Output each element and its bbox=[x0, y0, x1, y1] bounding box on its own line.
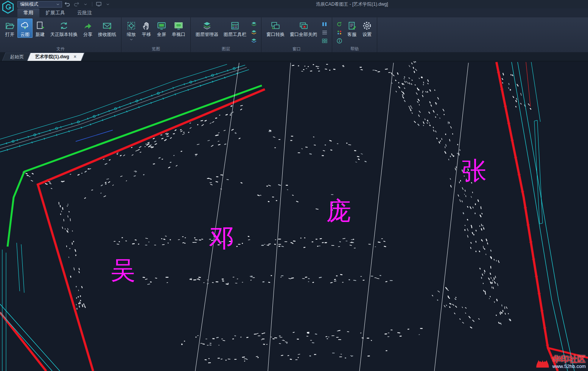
cad-canvas[interactable]: 吴邓庞张 bbox=[0, 61, 588, 371]
cloud-drawing-button[interactable]: 云图 bbox=[17, 19, 33, 38]
service-doc-icon bbox=[347, 20, 357, 31]
group-label-file: 文件 bbox=[0, 46, 121, 52]
bottomleft-cyan-1 bbox=[0, 304, 60, 371]
window-switch-button[interactable]: 窗口转换 bbox=[264, 19, 287, 38]
close-all-windows-button[interactable]: 窗口全部关闭 bbox=[287, 19, 320, 38]
settings-button[interactable]: 设置 bbox=[359, 19, 375, 38]
tab-document[interactable]: 艺术学院(1).dwg × bbox=[27, 53, 85, 61]
convert-arrows-icon bbox=[59, 20, 69, 31]
customer-service-button[interactable]: 客服 bbox=[344, 19, 359, 38]
tile-grid-icon[interactable] bbox=[321, 37, 328, 44]
watermark-url: www.52hb.com bbox=[552, 364, 586, 369]
parcel-owner-label: 吴 bbox=[110, 256, 135, 285]
boundary-red-right bbox=[496, 62, 558, 371]
group-label-view: 览图 bbox=[121, 46, 190, 52]
window-list-icon[interactable] bbox=[321, 29, 328, 36]
red-thin-top bbox=[526, 62, 530, 107]
document-tab-bar: 起始页 艺术学院(1).dwg × bbox=[0, 52, 588, 61]
watermark-flame-logo-icon bbox=[535, 354, 550, 369]
group-label-layer: 图层 bbox=[191, 46, 261, 52]
receive-drawings-button[interactable]: 接收图纸 bbox=[95, 19, 119, 38]
ribbon-group-window: 窗口转换 窗口全部关闭 窗口 bbox=[261, 17, 332, 52]
ribbon-group-view: 缩放 平移 全屏 单视口 览图 bbox=[121, 17, 191, 52]
survey-point-scatter bbox=[23, 61, 531, 363]
ribbon: 打开 云图 新建 天正版本转换 分享 bbox=[0, 17, 588, 52]
ribbon-tab-bar: 常用 扩展工具 云批注 bbox=[0, 8, 588, 17]
watermark-text: 华印社区 www.52hb.com bbox=[552, 355, 586, 369]
single-viewport-button[interactable]: 单视口 bbox=[169, 19, 188, 38]
left-cyan-v3 bbox=[17, 243, 20, 291]
undo-button[interactable] bbox=[64, 1, 71, 8]
window-small-tools bbox=[320, 19, 330, 47]
right-cyan-3 bbox=[531, 62, 540, 122]
apps-grid-icon[interactable] bbox=[336, 29, 343, 36]
check-update-icon[interactable] bbox=[336, 21, 343, 28]
ribbon-tab-extended-tools[interactable]: 扩展工具 bbox=[39, 8, 71, 17]
share-arrow-icon bbox=[83, 20, 93, 31]
ribbon-group-help: 客服 设置 帮助 bbox=[332, 17, 377, 52]
watermark: 华印社区 www.52hb.com bbox=[535, 354, 586, 369]
bottomleft-cyan-2 bbox=[0, 312, 52, 371]
help-small-tools bbox=[334, 19, 344, 47]
share-button[interactable]: 分享 bbox=[80, 19, 95, 38]
ribbon-group-file: 打开 云图 新建 天正版本转换 分享 bbox=[0, 17, 121, 52]
quick-access-menu-chevron-icon[interactable] bbox=[104, 1, 112, 8]
fullscreen-monitor-icon bbox=[157, 20, 166, 31]
layers-stack-icon bbox=[202, 20, 212, 31]
window-close-all-icon bbox=[299, 20, 308, 31]
divider-white-2 bbox=[268, 63, 291, 371]
chevron-down-icon bbox=[56, 3, 59, 5]
zoom-target-icon bbox=[126, 20, 136, 31]
layer-manager-button[interactable]: 图层管理器 bbox=[193, 19, 221, 38]
layer-panel-icon bbox=[230, 20, 240, 31]
right-cyan-1 bbox=[512, 62, 568, 371]
close-tab-icon[interactable]: × bbox=[74, 53, 76, 61]
tianzheng-convert-button[interactable]: 天正版本转换 bbox=[48, 19, 80, 38]
watermark-brand: 华印社区 bbox=[552, 355, 586, 364]
new-file-icon bbox=[35, 20, 45, 31]
left-cyan-v4 bbox=[21, 244, 24, 293]
viewport-icon bbox=[174, 20, 184, 31]
open-button[interactable]: 打开 bbox=[2, 19, 17, 38]
fullscreen-button[interactable]: 全屏 bbox=[154, 19, 169, 38]
folder-open-icon bbox=[5, 20, 15, 31]
road-blue-segment bbox=[76, 130, 113, 141]
layer-on-icon[interactable] bbox=[250, 21, 258, 28]
layer-freeze-icon[interactable] bbox=[250, 29, 258, 36]
boundary-red-bottomleft bbox=[0, 312, 46, 371]
window-switch-icon bbox=[271, 20, 280, 31]
parcel-owner-label: 张 bbox=[462, 156, 487, 185]
ribbon-empty-space bbox=[377, 17, 588, 52]
parcel-owner-label: 庞 bbox=[326, 196, 351, 225]
tile-vertical-icon[interactable] bbox=[321, 21, 328, 28]
layer-lock-icon[interactable] bbox=[250, 37, 258, 44]
screen-view-button[interactable] bbox=[95, 1, 103, 8]
edit-mode-dropdown[interactable]: 编辑模式 bbox=[17, 1, 62, 8]
ribbon-group-layer: 图层管理器 图层工具栏 图层 bbox=[191, 17, 261, 52]
window-title: 浩辰CAD看图王 - [艺术学院(1).dwg] bbox=[316, 0, 388, 8]
group-label-help: 帮助 bbox=[332, 46, 377, 52]
layer-toolbar-button[interactable]: 图层工具栏 bbox=[221, 19, 249, 38]
right-cyan-slot bbox=[534, 120, 543, 224]
quick-access-chevron-icon[interactable] bbox=[82, 1, 89, 8]
chevron-down-icon bbox=[130, 39, 133, 40]
zoom-button[interactable]: 缩放 bbox=[124, 19, 139, 41]
cloud-icon bbox=[20, 20, 30, 31]
road-cyan-3 bbox=[0, 64, 227, 139]
new-file-button[interactable]: 新建 bbox=[33, 19, 48, 38]
redo-button[interactable] bbox=[73, 1, 80, 8]
hand-icon bbox=[142, 20, 151, 31]
ribbon-tab-home[interactable]: 常用 bbox=[17, 8, 39, 17]
envelope-icon bbox=[102, 20, 112, 31]
info-icon[interactable] bbox=[336, 37, 343, 44]
quick-access-separator bbox=[92, 2, 92, 6]
ribbon-tab-cloud-annotation[interactable]: 云批注 bbox=[71, 8, 98, 17]
edit-mode-label: 编辑模式 bbox=[20, 1, 38, 8]
app-logo-icon[interactable] bbox=[1, 0, 16, 15]
gear-icon bbox=[362, 20, 372, 31]
boundary-green bbox=[8, 85, 262, 247]
title-bar: 编辑模式 浩辰CAD看图王 - [艺术学院(1).dwg] bbox=[0, 0, 588, 8]
group-label-window: 窗口 bbox=[261, 46, 332, 52]
divider-white-3 bbox=[359, 63, 394, 371]
pan-button[interactable]: 平移 bbox=[139, 19, 154, 38]
